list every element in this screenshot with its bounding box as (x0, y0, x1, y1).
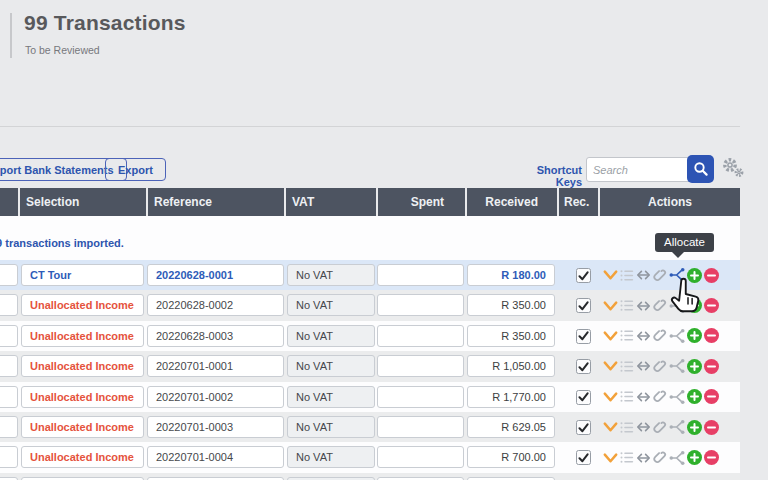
selection-field[interactable]: Unallocated Income (21, 325, 144, 347)
selection-field[interactable]: Unallocated Income (21, 416, 144, 438)
row-leading-field[interactable] (0, 446, 18, 468)
row-leading-field[interactable] (0, 355, 18, 377)
attachment-paperclip-icon[interactable] (653, 298, 667, 313)
add-plus-icon[interactable] (687, 450, 702, 465)
transfer-arrows-icon[interactable] (636, 330, 651, 342)
vat-select[interactable]: No VAT (287, 416, 375, 438)
row-leading-field[interactable] (0, 416, 18, 438)
reference-link[interactable]: 20220701-0002 (147, 386, 284, 408)
expand-chevron-icon[interactable] (603, 421, 618, 433)
details-list-icon[interactable] (620, 451, 634, 464)
received-field[interactable]: R 350.00 (467, 294, 555, 316)
spent-field[interactable] (377, 264, 464, 286)
vat-select[interactable]: No VAT (287, 294, 375, 316)
details-list-icon[interactable] (620, 299, 634, 312)
add-plus-icon[interactable] (687, 328, 702, 343)
add-plus-icon[interactable] (687, 420, 702, 435)
details-list-icon[interactable] (620, 329, 634, 342)
allocate-split-icon[interactable] (669, 358, 685, 374)
column-header-received[interactable]: Received (467, 188, 557, 216)
vat-select[interactable]: No VAT (287, 386, 375, 408)
settings-gears-icon[interactable] (720, 156, 746, 180)
attachment-paperclip-icon[interactable] (653, 420, 667, 435)
remove-minus-icon[interactable] (704, 359, 719, 374)
transfer-arrows-icon[interactable] (636, 269, 651, 281)
search-input[interactable] (586, 157, 692, 182)
attachment-paperclip-icon[interactable] (653, 389, 667, 404)
spent-field[interactable] (377, 294, 464, 316)
row-leading-field[interactable] (0, 325, 18, 347)
selection-field[interactable]: Unallocated Income (21, 446, 144, 468)
vat-select[interactable]: No VAT (287, 325, 375, 347)
transfer-arrows-icon[interactable] (636, 300, 651, 312)
allocate-split-icon[interactable] (669, 389, 685, 405)
reconcile-checkbox[interactable] (576, 390, 591, 405)
expand-chevron-icon[interactable] (603, 452, 618, 464)
reference-link[interactable]: 20220701-0004 (147, 446, 284, 468)
row-leading-field[interactable] (0, 294, 18, 316)
spent-field[interactable] (377, 325, 464, 347)
received-field[interactable]: R 700.00 (467, 446, 555, 468)
reconcile-checkbox[interactable] (576, 268, 591, 283)
remove-minus-icon[interactable] (704, 298, 719, 313)
vat-select[interactable]: No VAT (287, 446, 375, 468)
reference-link[interactable]: 20220628-0003 (147, 325, 284, 347)
attachment-paperclip-icon[interactable] (653, 359, 667, 374)
selection-field[interactable]: CT Tour (21, 264, 144, 286)
reconcile-checkbox[interactable] (576, 359, 591, 374)
vat-select[interactable]: No VAT (287, 264, 375, 286)
transfer-arrows-icon[interactable] (636, 452, 651, 464)
export-button[interactable]: Export (105, 158, 166, 181)
transfer-arrows-icon[interactable] (636, 360, 651, 372)
selection-field[interactable]: Unallocated Income (21, 386, 144, 408)
expand-chevron-icon[interactable] (603, 269, 618, 281)
column-header-rec[interactable]: Rec. (559, 188, 598, 216)
row-leading-field[interactable] (0, 264, 18, 286)
attachment-paperclip-icon[interactable] (653, 268, 667, 283)
add-plus-icon[interactable] (687, 389, 702, 404)
remove-minus-icon[interactable] (704, 389, 719, 404)
transfer-arrows-icon[interactable] (636, 391, 651, 403)
reference-link[interactable]: 20220628-0002 (147, 294, 284, 316)
spent-field[interactable] (377, 355, 464, 377)
spent-field[interactable] (377, 416, 464, 438)
remove-minus-icon[interactable] (704, 420, 719, 435)
reconcile-checkbox[interactable] (576, 420, 591, 435)
attachment-paperclip-icon[interactable] (653, 328, 667, 343)
details-list-icon[interactable] (620, 269, 634, 282)
spent-field[interactable] (377, 386, 464, 408)
details-list-icon[interactable] (620, 360, 634, 373)
reconcile-checkbox[interactable] (576, 329, 591, 344)
expand-chevron-icon[interactable] (603, 300, 618, 312)
reference-link[interactable]: 20220628-0001 (147, 264, 284, 286)
allocate-split-icon[interactable] (669, 419, 685, 435)
selection-field[interactable]: Unallocated Income (21, 294, 144, 316)
allocate-split-icon[interactable] (669, 328, 685, 344)
allocate-split-icon[interactable] (669, 450, 685, 466)
reference-link[interactable]: 20220701-0001 (147, 355, 284, 377)
received-field[interactable]: R 350.00 (467, 325, 555, 347)
remove-minus-icon[interactable] (704, 328, 719, 343)
column-header-vat[interactable]: VAT (286, 188, 376, 216)
attachment-paperclip-icon[interactable] (653, 450, 667, 465)
remove-minus-icon[interactable] (704, 268, 719, 283)
reconcile-checkbox[interactable] (576, 298, 591, 313)
column-header-reference[interactable]: Reference (148, 188, 284, 216)
received-field[interactable]: R 1,770.00 (467, 386, 555, 408)
details-list-icon[interactable] (620, 390, 634, 403)
transfer-arrows-icon[interactable] (636, 421, 651, 433)
vat-select[interactable]: No VAT (287, 355, 375, 377)
spent-field[interactable] (377, 446, 464, 468)
expand-chevron-icon[interactable] (603, 391, 618, 403)
column-header-spent[interactable]: Spent (378, 188, 465, 216)
remove-minus-icon[interactable] (704, 450, 719, 465)
add-plus-icon[interactable] (687, 359, 702, 374)
reconcile-checkbox[interactable] (576, 450, 591, 465)
shortcut-keys-link[interactable]: Shortcut Keys (508, 164, 582, 188)
details-list-icon[interactable] (620, 421, 634, 434)
expand-chevron-icon[interactable] (603, 360, 618, 372)
received-field[interactable]: R 1,050.00 (467, 355, 555, 377)
row-leading-field[interactable] (0, 386, 18, 408)
reference-link[interactable]: 20220701-0003 (147, 416, 284, 438)
column-header-selection[interactable]: Selection (20, 188, 146, 216)
